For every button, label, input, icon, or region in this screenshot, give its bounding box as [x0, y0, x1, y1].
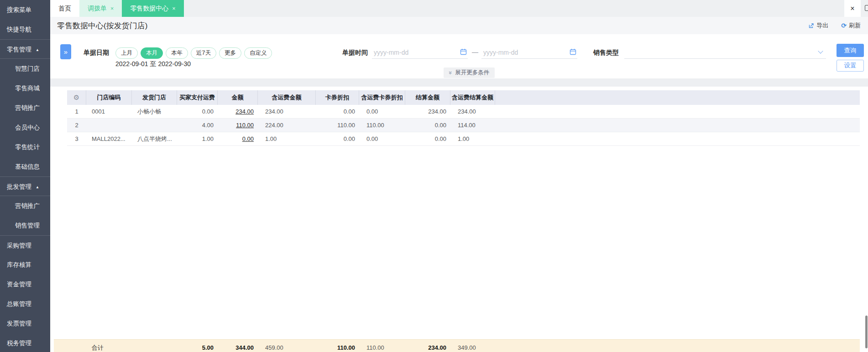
column-settings-gear-icon[interactable]: ⚙: [67, 90, 86, 105]
cell-amount: 110.00: [218, 119, 258, 132]
sum-amount-with-freight: 459.00: [258, 340, 316, 352]
column-header-buyer-freight: 买家支付运费: [177, 90, 218, 105]
sum-coupon-discount: 110.00: [316, 340, 359, 352]
end-date-input[interactable]: yyyy-mm-dd: [481, 45, 577, 59]
cell-settle-amount-with-freight: 114.00: [450, 119, 495, 132]
sidebar-item-label: 发票管理: [7, 320, 31, 327]
sidebar-item-label: 零售统计: [15, 144, 40, 150]
doc-time-label: 单据时间: [342, 49, 368, 57]
sidebar-item-member-center[interactable]: 会员中心: [0, 118, 50, 137]
sidebar-item-retail-mall[interactable]: 零售商城: [0, 78, 50, 98]
column-header-coupon-discount-with-freight: 含运费卡券折扣: [359, 90, 405, 105]
sidebar-item-label: 库存核算: [7, 261, 31, 268]
table-row: 10001小畅小畅0.00234.00234.000.000.00234.002…: [67, 105, 860, 119]
date-pill-3[interactable]: 近7天: [191, 47, 216, 59]
settings-button[interactable]: 设置: [837, 60, 864, 72]
sidebar-item-basic-info[interactable]: 基础信息: [0, 157, 50, 176]
collapse-filter-button[interactable]: »: [60, 44, 71, 59]
cell-settle-amount: 0.00: [405, 132, 450, 145]
data-table: ⚙门店编码发货门店买家支付运费金额含运费金额卡券折扣含运费卡券折扣结算金额含运费…: [67, 90, 860, 146]
cell-settle-amount-with-freight: 1.00: [450, 132, 495, 145]
sum-shipping-store: [132, 340, 177, 352]
date-pill-4[interactable]: 更多: [219, 47, 241, 59]
cell-coupon-discount: 0.00: [316, 132, 359, 145]
amount-link[interactable]: 110.00: [236, 122, 254, 129]
sale-type-select[interactable]: [624, 45, 826, 59]
date-range-separator: —: [472, 48, 478, 56]
close-window-button[interactable]: ×: [844, 0, 861, 17]
sidebar-item-marketing-promo[interactable]: 营销推广: [0, 98, 50, 118]
sidebar-item-inventory-accounting[interactable]: 库存核算: [0, 255, 50, 274]
column-header-amount-with-freight: 含运费金额: [258, 90, 316, 105]
date-pill-1[interactable]: 本月: [141, 47, 163, 59]
expand-more-button[interactable]: » 展开更多条件: [444, 67, 495, 78]
amount-link[interactable]: 234.00: [235, 108, 254, 115]
sidebar-item-label: 资金管理: [7, 281, 31, 288]
cell-buyer-freight: 1.00: [177, 132, 218, 145]
sidebar-item-label: 销售管理: [15, 222, 40, 229]
collapse-up-icon: ▲: [36, 48, 39, 52]
date-pill-5[interactable]: 自定义: [244, 47, 272, 59]
search-button[interactable]: 查询: [837, 44, 864, 57]
tab-close-icon[interactable]: ×: [172, 5, 175, 12]
tab-label: 零售数据中心: [130, 5, 168, 13]
column-header-amount: 金额: [218, 90, 258, 105]
sidebar-item-invoice-mgmt[interactable]: 发票管理: [0, 314, 50, 333]
sum-spacer: [54, 340, 86, 352]
end-date-placeholder: yyyy-mm-dd: [483, 49, 518, 56]
row-index: 3: [67, 132, 86, 145]
date-pill-2[interactable]: 本年: [166, 47, 188, 59]
amount-link[interactable]: 0.00: [242, 135, 254, 142]
calendar-icon[interactable]: [570, 48, 576, 55]
summary-row: 合计5.00344.00459.00110.00110.00234.00349.…: [54, 339, 860, 352]
sidebar-item-smart-store[interactable]: 智慧门店: [0, 59, 50, 78]
tab-close-icon[interactable]: ×: [110, 5, 114, 12]
calendar-icon[interactable]: [460, 48, 467, 55]
start-date-input[interactable]: yyyy-mm-dd: [372, 45, 468, 59]
sidebar-item-wholesale-mgmt[interactable]: 批发管理▲: [0, 176, 50, 196]
refresh-button[interactable]: ⟳ 刷新: [841, 21, 861, 30]
cell-store-code: 0001: [86, 105, 132, 118]
sidebar-item-quick-nav[interactable]: 快捷导航: [0, 20, 50, 39]
cell-amount-with-freight: 224.00: [258, 119, 316, 132]
sidebar-item-label: 会员中心: [15, 124, 40, 131]
sidebar-item-retail-stats[interactable]: 零售统计: [0, 137, 50, 157]
sidebar-item-retail-mgmt[interactable]: 零售管理▲: [0, 39, 50, 59]
cell-amount: 0.00: [218, 132, 258, 145]
sum-filler: [495, 340, 860, 352]
sidebar-item-label: 搜索菜单: [7, 6, 31, 13]
maximize-icon[interactable]: [865, 5, 868, 11]
sidebar-item-label: 营销推广: [15, 202, 40, 209]
chevron-down-icon: [818, 48, 823, 53]
cell-amount: 234.00: [218, 105, 258, 118]
sidebar-item-marketing-promo-wholesale[interactable]: 营销推广: [0, 196, 50, 216]
start-date-placeholder: yyyy-mm-dd: [374, 49, 408, 56]
column-header-settle-amount-with-freight: 含运费结算金额: [450, 90, 495, 105]
table-header-filler: [495, 90, 860, 105]
row-filler: [495, 119, 860, 132]
sidebar-item-label: 基础信息: [15, 163, 40, 170]
sidebar-item-funds-mgmt[interactable]: 资金管理: [0, 274, 50, 294]
sidebar-item-label: 总账管理: [7, 300, 31, 307]
cell-coupon-discount-with-freight: 0.00: [359, 105, 405, 118]
sidebar-item-tax-mgmt[interactable]: 税务管理: [0, 333, 50, 352]
sidebar-item-general-ledger[interactable]: 总账管理: [0, 294, 50, 314]
vertical-scrollbar-thumb[interactable]: [865, 316, 868, 348]
table-row: 3MALL2022...八点半烧烤...1.000.001.000.000.00…: [67, 132, 860, 146]
export-label: 导出: [816, 21, 828, 30]
tab-home[interactable]: 首页: [50, 0, 79, 17]
collapse-up-icon: ▲: [36, 185, 39, 189]
sidebar-item-search-menu[interactable]: 搜索菜单: [0, 0, 50, 20]
sidebar-item-sales-mgmt[interactable]: 销售管理: [0, 216, 50, 235]
tab-retail-data-center[interactable]: 零售数据中心×: [122, 0, 183, 17]
date-pill-0[interactable]: 上月: [115, 47, 138, 59]
column-header-store-code: 门店编码: [86, 90, 132, 105]
sidebar-item-label: 智慧门店: [15, 65, 40, 72]
cell-store-code: [86, 119, 132, 132]
sidebar-item-label: 税务管理: [7, 340, 31, 347]
row-index: 1: [67, 105, 86, 118]
sidebar-item-label: 营销推广: [15, 104, 40, 111]
sidebar-item-purchase-mgmt[interactable]: 采购管理: [0, 235, 50, 255]
export-button[interactable]: 导出: [808, 21, 828, 30]
tab-transfer-order[interactable]: 调拨单×: [79, 0, 122, 17]
